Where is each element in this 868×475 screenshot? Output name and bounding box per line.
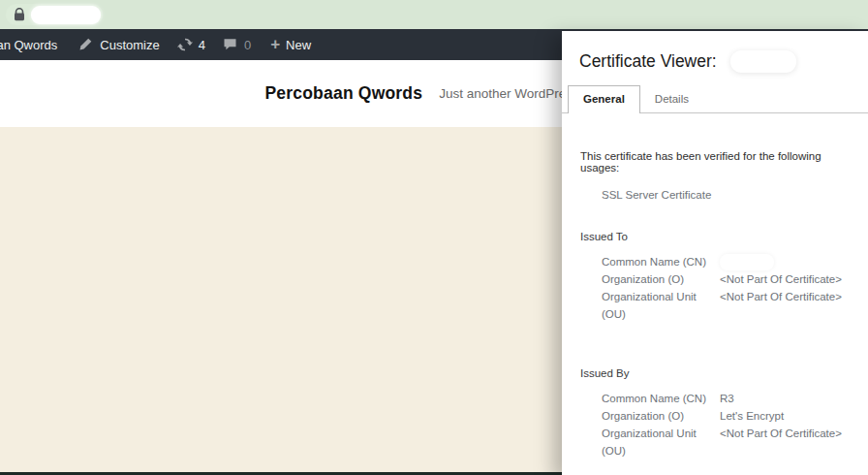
admin-bar-new[interactable]: + New <box>263 29 319 60</box>
admin-bar-comments[interactable]: 0 <box>215 29 259 60</box>
cert-row-value: R3 <box>720 390 734 407</box>
comment-icon <box>223 37 238 52</box>
cert-row-label: Organizational Unit (OU) <box>602 425 720 459</box>
admin-bar-updates[interactable]: 4 <box>170 29 213 60</box>
cert-row-cn: Common Name (CN) <box>602 253 854 270</box>
cert-row-cn: Common Name (CN) R3 <box>602 390 854 407</box>
browser-toolbar <box>0 0 868 29</box>
cn-value-redacted <box>720 254 774 270</box>
cert-row-value: <Not Part Of Certificate> <box>720 288 842 323</box>
dialog-body: This certificate has been verified for t… <box>562 113 868 475</box>
section-issued-to: Issued To Common Name (CN) Organization … <box>580 231 854 323</box>
cert-row-value: <Not Part Of Certificate> <box>720 425 842 459</box>
cert-row-ou: Organizational Unit (OU) <Not Part Of Ce… <box>602 425 854 459</box>
section-heading: Issued By <box>580 367 854 379</box>
cert-row-ou: Organizational Unit (OU) <Not Part Of Ce… <box>602 288 854 323</box>
cert-row-label: Organization (O) <box>602 270 720 288</box>
cert-row-label: Common Name (CN) <box>602 390 720 407</box>
dialog-tabs: General Details <box>562 85 868 113</box>
comments-count: 0 <box>244 38 251 52</box>
cert-row-value: <Not Part Of Certificate> <box>720 270 842 288</box>
dialog-title-row: Certificate Viewer: <box>579 50 868 73</box>
tab-general[interactable]: General <box>568 85 640 113</box>
new-label: New <box>286 38 311 52</box>
section-issued-by: Issued By Common Name (CN) R3 Organizati… <box>580 367 854 459</box>
admin-bar-site-name[interactable]: Percobaan Qwords <box>0 29 65 60</box>
section-heading: Issued To <box>580 231 854 242</box>
usage-item: SSL Server Certificate <box>602 189 854 201</box>
site-title[interactable]: Percobaan Qwords <box>264 83 422 104</box>
cert-row-value: Let's Encrypt <box>720 407 784 425</box>
cert-row-label: Common Name (CN) <box>602 253 720 270</box>
lock-icon[interactable] <box>14 8 25 21</box>
customize-label: Customize <box>100 38 159 52</box>
certificate-viewer-dialog: Certificate Viewer: General Details This… <box>562 31 868 475</box>
pencil-icon <box>78 37 94 52</box>
dialog-title: Certificate Viewer: <box>579 51 717 72</box>
cert-row-label: Organizational Unit (OU) <box>602 288 720 323</box>
address-bar[interactable] <box>6 4 103 25</box>
updates-count: 4 <box>199 38 205 52</box>
cert-row-label: Organization (O) <box>602 407 720 425</box>
certificate-domain-redacted <box>730 50 796 73</box>
tab-details[interactable]: Details <box>640 86 703 112</box>
url-redacted-text <box>31 6 101 24</box>
cert-row-o: Organization (O) <Not Part Of Certificat… <box>602 270 854 288</box>
admin-bar-customize[interactable]: Customize <box>71 29 167 60</box>
updates-icon <box>177 37 193 52</box>
usage-intro-text: This certificate has been verified for t… <box>580 150 854 174</box>
cert-row-o: Organization (O) Let's Encrypt <box>602 407 854 425</box>
plus-icon: + <box>270 37 280 52</box>
site-name-label: Percobaan Qwords <box>0 38 57 52</box>
